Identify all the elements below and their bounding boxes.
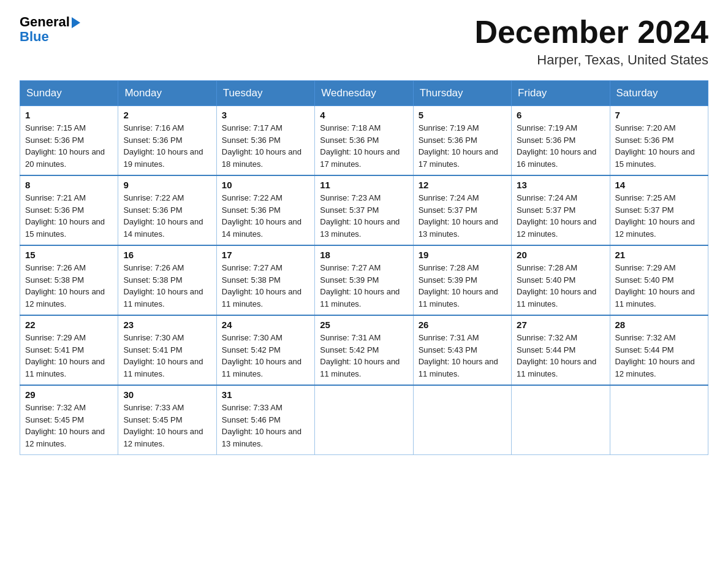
day-detail: Sunrise: 7:30 AMSunset: 5:42 PMDaylight:… [222,332,309,380]
col-sunday: Sunday [20,81,118,106]
col-saturday: Saturday [610,81,708,106]
day-detail: Sunrise: 7:23 AMSunset: 5:37 PMDaylight:… [320,192,408,240]
calendar-table: Sunday Monday Tuesday Wednesday Thursday… [20,80,708,455]
day-detail: Sunrise: 7:22 AMSunset: 5:36 PMDaylight:… [222,192,309,240]
day-number: 30 [123,389,211,400]
table-row: 31 Sunrise: 7:33 AMSunset: 5:46 PMDaylig… [216,385,314,455]
calendar-week-row: 1 Sunrise: 7:15 AMSunset: 5:36 PMDayligh… [20,106,708,176]
table-row: 7 Sunrise: 7:20 AMSunset: 5:36 PMDayligh… [610,106,708,176]
day-detail: Sunrise: 7:31 AMSunset: 5:43 PMDaylight:… [419,332,506,380]
table-row: 9 Sunrise: 7:22 AMSunset: 5:36 PMDayligh… [118,175,216,245]
table-row: 28 Sunrise: 7:32 AMSunset: 5:44 PMDaylig… [610,315,708,385]
day-detail: Sunrise: 7:20 AMSunset: 5:36 PMDaylight:… [615,122,703,170]
col-friday: Friday [512,81,610,106]
day-detail: Sunrise: 7:15 AMSunset: 5:36 PMDaylight:… [25,122,113,170]
day-number: 7 [615,110,703,120]
table-row: 10 Sunrise: 7:22 AMSunset: 5:36 PMDaylig… [216,175,314,245]
table-row: 30 Sunrise: 7:33 AMSunset: 5:45 PMDaylig… [118,385,216,455]
table-row: 17 Sunrise: 7:27 AMSunset: 5:38 PMDaylig… [216,245,314,315]
day-detail: Sunrise: 7:26 AMSunset: 5:38 PMDaylight:… [123,262,211,310]
table-row: 23 Sunrise: 7:30 AMSunset: 5:41 PMDaylig… [118,315,216,385]
table-row: 18 Sunrise: 7:27 AMSunset: 5:39 PMDaylig… [315,245,413,315]
day-detail: Sunrise: 7:32 AMSunset: 5:45 PMDaylight:… [25,402,113,450]
day-number: 6 [517,110,604,120]
day-detail: Sunrise: 7:22 AMSunset: 5:36 PMDaylight:… [123,192,211,240]
table-row: 19 Sunrise: 7:28 AMSunset: 5:39 PMDaylig… [413,245,511,315]
table-row: 2 Sunrise: 7:16 AMSunset: 5:36 PMDayligh… [118,106,216,176]
table-row [512,385,610,455]
table-row: 24 Sunrise: 7:30 AMSunset: 5:42 PMDaylig… [216,315,314,385]
day-detail: Sunrise: 7:33 AMSunset: 5:45 PMDaylight:… [123,402,211,450]
table-row: 25 Sunrise: 7:31 AMSunset: 5:42 PMDaylig… [315,315,413,385]
table-row: 5 Sunrise: 7:19 AMSunset: 5:36 PMDayligh… [413,106,511,176]
table-row: 26 Sunrise: 7:31 AMSunset: 5:43 PMDaylig… [413,315,511,385]
day-detail: Sunrise: 7:27 AMSunset: 5:39 PMDaylight:… [320,262,408,310]
day-detail: Sunrise: 7:19 AMSunset: 5:36 PMDaylight:… [517,122,604,170]
page-header: GeneralBlue December 2024 Harper, Texas,… [20,15,708,68]
day-number: 3 [222,110,309,120]
day-number: 26 [419,320,506,330]
day-detail: Sunrise: 7:28 AMSunset: 5:40 PMDaylight:… [517,262,604,310]
title-area: December 2024 Harper, Texas, United Stat… [474,15,708,68]
day-number: 28 [615,320,703,330]
table-row: 20 Sunrise: 7:28 AMSunset: 5:40 PMDaylig… [512,245,610,315]
day-number: 17 [222,250,309,260]
day-number: 15 [25,250,113,260]
table-row [610,385,708,455]
day-detail: Sunrise: 7:16 AMSunset: 5:36 PMDaylight:… [123,122,211,170]
day-detail: Sunrise: 7:21 AMSunset: 5:36 PMDaylight:… [25,192,113,240]
table-row: 3 Sunrise: 7:17 AMSunset: 5:36 PMDayligh… [216,106,314,176]
days-of-week-row: Sunday Monday Tuesday Wednesday Thursday… [20,81,708,106]
day-number: 13 [517,180,604,190]
day-number: 24 [222,320,309,330]
table-row: 29 Sunrise: 7:32 AMSunset: 5:45 PMDaylig… [20,385,118,455]
table-row: 27 Sunrise: 7:32 AMSunset: 5:44 PMDaylig… [512,315,610,385]
day-number: 20 [517,250,604,260]
day-detail: Sunrise: 7:18 AMSunset: 5:36 PMDaylight:… [320,122,408,170]
day-detail: Sunrise: 7:32 AMSunset: 5:44 PMDaylight:… [615,332,703,380]
day-number: 21 [615,250,703,260]
day-detail: Sunrise: 7:27 AMSunset: 5:38 PMDaylight:… [222,262,309,310]
day-number: 11 [320,180,408,190]
col-wednesday: Wednesday [315,81,413,106]
day-detail: Sunrise: 7:33 AMSunset: 5:46 PMDaylight:… [222,402,309,450]
table-row: 22 Sunrise: 7:29 AMSunset: 5:41 PMDaylig… [20,315,118,385]
day-number: 2 [123,110,211,120]
day-detail: Sunrise: 7:26 AMSunset: 5:38 PMDaylight:… [25,262,113,310]
day-detail: Sunrise: 7:24 AMSunset: 5:37 PMDaylight:… [419,192,506,240]
day-detail: Sunrise: 7:17 AMSunset: 5:36 PMDaylight:… [222,122,309,170]
day-detail: Sunrise: 7:19 AMSunset: 5:36 PMDaylight:… [419,122,506,170]
logo: GeneralBlue [20,15,80,44]
table-row: 15 Sunrise: 7:26 AMSunset: 5:38 PMDaylig… [20,245,118,315]
day-number: 10 [222,180,309,190]
day-number: 9 [123,180,211,190]
table-row [413,385,511,455]
day-detail: Sunrise: 7:31 AMSunset: 5:42 PMDaylight:… [320,332,408,380]
day-number: 4 [320,110,408,120]
day-detail: Sunrise: 7:28 AMSunset: 5:39 PMDaylight:… [419,262,506,310]
calendar-week-row: 22 Sunrise: 7:29 AMSunset: 5:41 PMDaylig… [20,315,708,385]
table-row: 4 Sunrise: 7:18 AMSunset: 5:36 PMDayligh… [315,106,413,176]
day-detail: Sunrise: 7:29 AMSunset: 5:40 PMDaylight:… [615,262,703,310]
day-number: 16 [123,250,211,260]
day-detail: Sunrise: 7:29 AMSunset: 5:41 PMDaylight:… [25,332,113,380]
day-detail: Sunrise: 7:32 AMSunset: 5:44 PMDaylight:… [517,332,604,380]
table-row: 16 Sunrise: 7:26 AMSunset: 5:38 PMDaylig… [118,245,216,315]
day-number: 5 [419,110,506,120]
day-number: 14 [615,180,703,190]
calendar-week-row: 15 Sunrise: 7:26 AMSunset: 5:38 PMDaylig… [20,245,708,315]
col-thursday: Thursday [413,81,511,106]
day-detail: Sunrise: 7:30 AMSunset: 5:41 PMDaylight:… [123,332,211,380]
day-number: 25 [320,320,408,330]
month-title: December 2024 [474,15,708,50]
table-row: 1 Sunrise: 7:15 AMSunset: 5:36 PMDayligh… [20,106,118,176]
table-row: 6 Sunrise: 7:19 AMSunset: 5:36 PMDayligh… [512,106,610,176]
day-number: 18 [320,250,408,260]
calendar-week-row: 8 Sunrise: 7:21 AMSunset: 5:36 PMDayligh… [20,175,708,245]
location: Harper, Texas, United States [474,52,708,68]
day-number: 27 [517,320,604,330]
table-row: 8 Sunrise: 7:21 AMSunset: 5:36 PMDayligh… [20,175,118,245]
logo-text: GeneralBlue [20,15,80,44]
day-number: 29 [25,389,113,400]
table-row: 13 Sunrise: 7:24 AMSunset: 5:37 PMDaylig… [512,175,610,245]
